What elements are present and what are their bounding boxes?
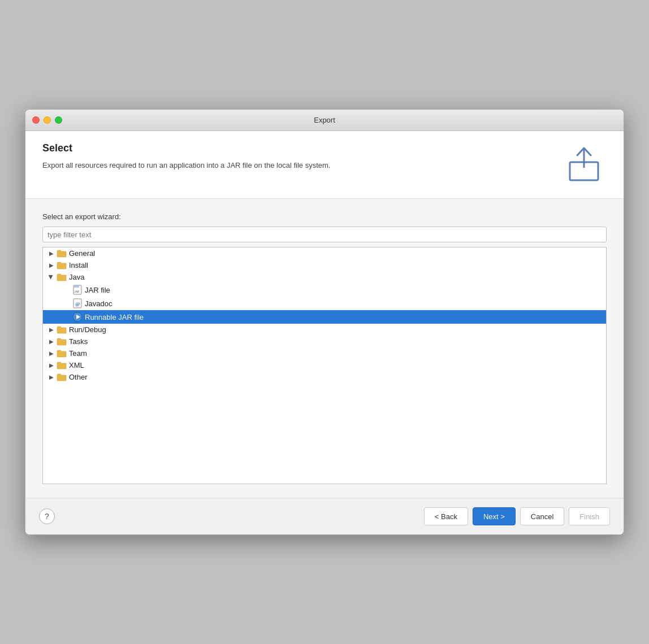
help-label: ? bbox=[45, 512, 49, 521]
folder-icon bbox=[57, 273, 67, 281]
tree-label-jar-file: JAR file bbox=[85, 286, 110, 294]
tree-item-jar-file[interactable]: ▶ JAR JAR file bbox=[43, 283, 606, 297]
chevron-right-icon: ▶ bbox=[47, 326, 55, 334]
tree-container[interactable]: ▶ General ▶ Install bbox=[42, 247, 607, 484]
tree-label-run-debug: Run/Debug bbox=[69, 325, 106, 334]
chevron-down-icon: ▶ bbox=[47, 273, 55, 281]
javadoc-icon: @ bbox=[72, 298, 83, 308]
next-button[interactable]: Next > bbox=[473, 507, 516, 525]
tree-item-tasks[interactable]: ▶ Tasks bbox=[43, 336, 606, 347]
tree-label-javadoc: Javadoc bbox=[85, 299, 112, 308]
tree-item-general[interactable]: ▶ General bbox=[43, 247, 606, 259]
chevron-right-icon: ▶ bbox=[47, 262, 55, 269]
jar-file-icon: JAR bbox=[72, 285, 83, 295]
footer-buttons: < Back Next > Cancel Finish bbox=[424, 507, 610, 525]
cancel-button[interactable]: Cancel bbox=[520, 507, 564, 525]
finish-button[interactable]: Finish bbox=[569, 507, 610, 525]
tree-label-xml: XML bbox=[69, 361, 84, 369]
tree-label-install: Install bbox=[69, 261, 88, 269]
folder-icon bbox=[57, 373, 67, 381]
dialog-header: Select Export all resources required to … bbox=[25, 131, 624, 199]
header-title: Select bbox=[42, 142, 556, 154]
tree-item-java[interactable]: ▶ Java bbox=[43, 271, 606, 283]
folder-icon bbox=[57, 350, 67, 358]
filter-input[interactable] bbox=[42, 227, 607, 242]
header-content: Select Export all resources required to … bbox=[42, 142, 556, 171]
back-button[interactable]: < Back bbox=[424, 507, 468, 525]
dialog-footer: ? < Back Next > Cancel Finish bbox=[25, 498, 624, 534]
chevron-right-icon: ▶ bbox=[47, 373, 55, 381]
export-dialog: Export Select Export all resources requi… bbox=[25, 109, 624, 535]
tree-label-team: Team bbox=[69, 349, 87, 358]
titlebar: Export bbox=[25, 110, 624, 131]
tree-label-java: Java bbox=[69, 273, 84, 281]
tree-item-javadoc[interactable]: ▶ @ Javadoc bbox=[43, 297, 606, 310]
header-icon bbox=[567, 145, 607, 187]
svg-text:JAR: JAR bbox=[74, 290, 80, 293]
tree-item-runnable-jar[interactable]: ▶ Runnable JAR file bbox=[43, 310, 606, 324]
minimize-button[interactable] bbox=[44, 116, 51, 124]
svg-text:@: @ bbox=[75, 301, 80, 307]
tree-label-general: General bbox=[69, 249, 95, 258]
help-button[interactable]: ? bbox=[39, 508, 55, 524]
folder-icon bbox=[57, 362, 67, 369]
wizard-label: Select an export wizard: bbox=[42, 212, 607, 221]
chevron-right-icon: ▶ bbox=[47, 338, 55, 346]
tree-item-install[interactable]: ▶ Install bbox=[43, 259, 606, 271]
traffic-lights bbox=[32, 116, 62, 124]
tree-label-tasks: Tasks bbox=[69, 337, 88, 346]
folder-icon bbox=[57, 326, 67, 334]
header-description: Export all resources required to run an … bbox=[42, 160, 556, 171]
chevron-right-icon: ▶ bbox=[47, 362, 55, 369]
folder-icon bbox=[57, 338, 67, 346]
tree-item-team[interactable]: ▶ Team bbox=[43, 347, 606, 359]
export-svg-icon bbox=[567, 145, 607, 185]
chevron-right-icon: ▶ bbox=[47, 250, 55, 258]
maximize-button[interactable] bbox=[55, 116, 62, 124]
svg-rect-3 bbox=[73, 285, 79, 288]
tree-label-other: Other bbox=[69, 373, 88, 381]
dialog-body: Select an export wizard: ▶ General ▶ bbox=[25, 199, 624, 498]
tree-item-run-debug[interactable]: ▶ Run/Debug bbox=[43, 324, 606, 336]
window-title: Export bbox=[314, 116, 335, 124]
folder-icon bbox=[57, 262, 67, 269]
tree-item-other[interactable]: ▶ Other bbox=[43, 371, 606, 383]
close-button[interactable] bbox=[32, 116, 40, 124]
tree-item-xml[interactable]: ▶ XML bbox=[43, 359, 606, 371]
chevron-right-icon: ▶ bbox=[47, 350, 55, 358]
footer-left: ? bbox=[39, 508, 55, 524]
runnable-jar-icon bbox=[72, 312, 83, 322]
tree-label-runnable-jar: Runnable JAR file bbox=[85, 313, 144, 321]
folder-icon bbox=[57, 250, 67, 258]
